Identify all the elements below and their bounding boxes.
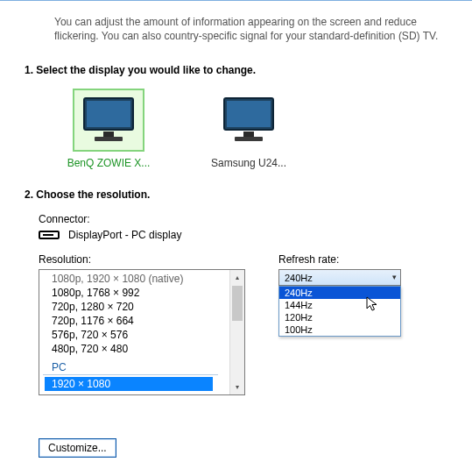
list-item[interactable]: 720p, 1176 × 664 [52,314,229,328]
resolution-listbox[interactable]: 1080p, 1920 × 1080 (native) 1080p, 1768 … [39,269,245,395]
refresh-rate-value: 240Hz [285,273,313,283]
display-selection-row: BenQ ZOWIE X... Samsung U24... [65,89,472,169]
display-label: Samsung U24... [205,157,292,169]
list-item[interactable]: 720p, 1280 × 720 [52,300,229,314]
list-item[interactable]: 576p, 720 × 576 [52,328,229,342]
connector-label: Connector: [39,213,472,225]
scroll-up-icon[interactable]: ▴ [230,270,244,285]
svg-rect-5 [227,101,271,127]
list-item-selected[interactable]: 1920 × 1080 [45,377,213,391]
svg-rect-7 [235,137,263,141]
dropdown-item[interactable]: 240Hz [279,287,400,299]
display-item-samsung[interactable]: Samsung U24... [205,89,292,169]
connector-value: DisplayPort - PC display [68,229,181,241]
section-2-heading: 2. Choose the resolution. [25,188,472,201]
chevron-down-icon: ▾ [392,273,397,281]
scroll-thumb[interactable] [232,286,243,321]
dropdown-item[interactable]: 100Hz [279,323,400,336]
refresh-rate-combo[interactable]: 240Hz ▾ [278,269,401,286]
list-item[interactable]: 1080p, 1920 × 1080 (native) [52,272,229,286]
displayport-icon [39,231,60,239]
list-item[interactable]: 1080p, 1768 × 992 [52,286,229,300]
svg-rect-6 [243,131,254,137]
svg-rect-3 [95,137,123,141]
list-group-pc: PC [43,361,218,375]
intro-text: You can adjust the amount of information… [54,15,453,43]
display-item-benq[interactable]: BenQ ZOWIE X... [65,89,152,169]
dropdown-item[interactable]: 144Hz [279,299,400,311]
refresh-rate-label: Refresh rate: [278,253,456,266]
svg-rect-1 [87,101,130,127]
resolution-label: Resolution: [39,253,257,266]
customize-button[interactable]: Customize... [39,438,116,458]
monitor-icon [213,89,285,152]
scroll-down-icon[interactable]: ▾ [230,380,244,394]
section-1-heading: 1. Select the display you would like to … [25,64,472,76]
dropdown-item[interactable]: 120Hz [279,311,400,323]
monitor-icon [73,89,144,152]
svg-rect-2 [103,131,114,137]
refresh-rate-dropdown[interactable]: 240Hz 144Hz 120Hz 100Hz [278,286,401,337]
list-item[interactable]: 480p, 720 × 480 [52,342,229,356]
display-label: BenQ ZOWIE X... [65,157,152,169]
scrollbar[interactable]: ▴ ▾ [229,270,244,394]
